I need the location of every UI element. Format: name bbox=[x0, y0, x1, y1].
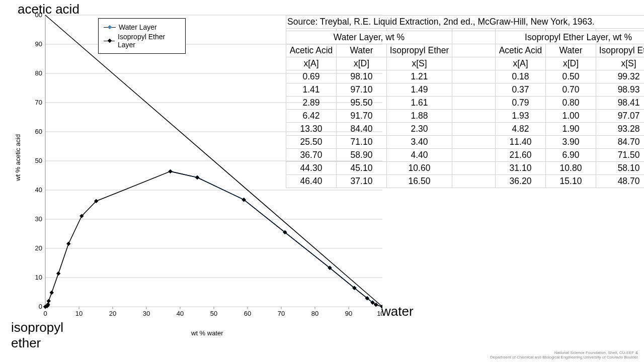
table-cell: 10.80 bbox=[546, 162, 596, 175]
table-cell: 97.10 bbox=[337, 83, 387, 97]
table-cell: 11.40 bbox=[496, 136, 546, 149]
svg-rect-73 bbox=[374, 303, 378, 307]
table-cell: 0.70 bbox=[546, 83, 596, 97]
legend-line-icon bbox=[104, 27, 116, 28]
legend-label: Water Layer bbox=[119, 23, 157, 31]
column-header: Water bbox=[546, 44, 596, 57]
table-cell: 1.90 bbox=[546, 123, 596, 136]
column-header: Acetic Acid bbox=[286, 44, 337, 57]
table-cell: 98.41 bbox=[596, 97, 645, 110]
svg-text:50: 50 bbox=[210, 310, 217, 317]
svg-text:70: 70 bbox=[35, 99, 42, 106]
table-cell bbox=[452, 149, 496, 162]
table-cell: 1.88 bbox=[387, 110, 452, 123]
diamond-marker-icon bbox=[108, 25, 112, 29]
svg-text:0: 0 bbox=[39, 303, 42, 310]
table-row: 1.4197.101.490.370.7098.93 bbox=[286, 83, 645, 97]
table-cell: 98.93 bbox=[596, 83, 645, 97]
legend-entry-ether-layer: Isopropyl Ether Layer bbox=[104, 33, 179, 49]
vertex-water: water bbox=[381, 304, 414, 319]
table-cell: 37.10 bbox=[337, 175, 387, 188]
table-cell: 13.30 bbox=[286, 123, 337, 136]
table-cell: 10.60 bbox=[387, 162, 452, 175]
svg-text:10: 10 bbox=[35, 274, 42, 281]
table-cell: 97.07 bbox=[596, 110, 645, 123]
chart-legend: Water Layer Isopropyl Ether Layer bbox=[98, 18, 186, 54]
svg-rect-59 bbox=[46, 299, 50, 303]
table-cell bbox=[452, 123, 496, 136]
table-cell: 71.10 bbox=[337, 136, 387, 149]
svg-rect-66 bbox=[195, 175, 199, 179]
table-row: 13.3084.402.304.821.9093.28 bbox=[286, 123, 645, 136]
svg-text:100: 100 bbox=[35, 13, 42, 19]
svg-text:0: 0 bbox=[43, 310, 47, 317]
vertex-isopropyl-ether: isopropyl ether bbox=[11, 320, 63, 351]
table-cell: 0.69 bbox=[286, 70, 337, 83]
table-row: 25.5071.103.4011.403.9084.70 bbox=[286, 136, 645, 149]
column-symbol bbox=[452, 57, 496, 70]
svg-text:90: 90 bbox=[345, 310, 352, 317]
table-row: 2.8995.501.610.790.8098.41 bbox=[286, 97, 645, 110]
table-cell: 2.30 bbox=[387, 123, 452, 136]
x-axis-label: wt % water bbox=[191, 329, 223, 337]
footer-line2: Department of Chemical and Biological En… bbox=[490, 355, 638, 360]
table-row: 44.3045.1010.6031.1010.8058.10 bbox=[286, 162, 645, 175]
table-cell: 21.60 bbox=[496, 149, 546, 162]
table-cell bbox=[452, 83, 496, 97]
table-cell: 1.49 bbox=[387, 83, 452, 97]
svg-text:60: 60 bbox=[35, 128, 42, 135]
table-cell bbox=[452, 97, 496, 110]
table-cell: 45.10 bbox=[337, 162, 387, 175]
table-cell: 1.61 bbox=[387, 97, 452, 110]
legend-label: Isopropyl Ether Layer bbox=[118, 33, 179, 49]
table-cell: 36.20 bbox=[496, 175, 546, 188]
table-cell: 98.10 bbox=[337, 70, 387, 83]
table-cell: 95.50 bbox=[337, 97, 387, 110]
column-header: Acetic Acid bbox=[496, 44, 546, 57]
table-cell: 91.70 bbox=[337, 110, 387, 123]
table-cell: 3.90 bbox=[546, 136, 596, 149]
table-cell: 36.70 bbox=[286, 149, 337, 162]
svg-text:30: 30 bbox=[35, 215, 42, 223]
column-symbol: x[S] bbox=[387, 57, 452, 70]
svg-text:60: 60 bbox=[244, 310, 251, 317]
table-cell: 0.79 bbox=[496, 97, 546, 110]
column-symbol: x[D] bbox=[546, 57, 596, 70]
svg-text:40: 40 bbox=[177, 310, 184, 317]
table-source: Source: Treybal, R.E. Liquid Extraction,… bbox=[286, 16, 645, 29]
table-cell: 48.70 bbox=[596, 175, 645, 188]
svg-text:80: 80 bbox=[311, 310, 318, 317]
column-symbol: x[A] bbox=[496, 57, 546, 70]
column-header: Water bbox=[337, 44, 387, 57]
table-row: 6.4291.701.881.931.0097.07 bbox=[286, 110, 645, 123]
svg-text:30: 30 bbox=[143, 310, 150, 317]
table-cell: 46.40 bbox=[286, 175, 337, 188]
table-cell: 3.40 bbox=[387, 136, 452, 149]
table-cell bbox=[452, 70, 496, 83]
svg-text:20: 20 bbox=[35, 244, 42, 252]
y-axis-label: wt % acetic acid bbox=[14, 134, 22, 181]
svg-text:100: 100 bbox=[377, 310, 382, 317]
svg-text:40: 40 bbox=[35, 186, 42, 194]
diamond-marker-icon bbox=[108, 38, 112, 42]
svg-text:10: 10 bbox=[75, 310, 83, 317]
table-cell bbox=[452, 110, 496, 123]
table-cell: 84.40 bbox=[337, 123, 387, 136]
column-symbol: x[A] bbox=[286, 57, 337, 70]
group-header-water: Water Layer, wt % bbox=[286, 31, 452, 44]
table-cell: 2.89 bbox=[286, 97, 337, 110]
table-cell: 0.50 bbox=[546, 70, 596, 83]
table-cell: 1.21 bbox=[387, 70, 452, 83]
svg-rect-61 bbox=[56, 272, 60, 276]
table-cell: 0.80 bbox=[546, 97, 596, 110]
footer-attribution: National Science Foundation, Shell, CU-E… bbox=[490, 351, 638, 360]
table-cell: 71.50 bbox=[596, 149, 645, 162]
table-cell: 6.90 bbox=[546, 149, 596, 162]
table-cell: 15.10 bbox=[546, 175, 596, 188]
svg-rect-62 bbox=[66, 241, 70, 245]
table-cell: 44.30 bbox=[286, 162, 337, 175]
svg-rect-65 bbox=[168, 169, 172, 173]
table-cell: 93.28 bbox=[596, 123, 645, 136]
table-cell: 25.50 bbox=[286, 136, 337, 149]
table-cell: 31.10 bbox=[496, 162, 546, 175]
